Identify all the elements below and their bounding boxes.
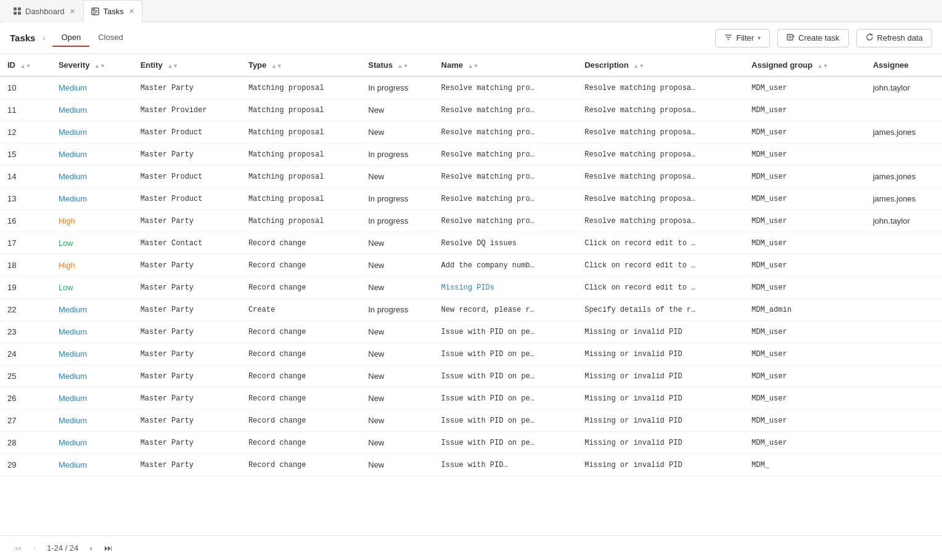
cell-severity: Medium (51, 76, 133, 99)
col-severity[interactable]: Severity ▲▼ (51, 54, 133, 76)
sort-group-icon: ▲▼ (817, 63, 829, 69)
col-type[interactable]: Type ▲▼ (241, 54, 361, 76)
cell-id: 17 (0, 232, 51, 254)
breadcrumb-chevron: › (43, 34, 45, 43)
cell-entity: Master Product (133, 166, 241, 188)
sort-id-icon: ▲▼ (20, 63, 31, 69)
cell-entity: Master Party (133, 277, 241, 299)
first-page-button[interactable]: ⏮ (10, 541, 25, 556)
cell-status: In progress (361, 144, 433, 166)
table-row[interactable]: 17 Low Master Contact Record change New … (0, 232, 942, 254)
toolbar-tabs: Open Closed (52, 29, 131, 47)
cell-assigned-group: MDM_user (744, 254, 866, 277)
tab-dashboard-close[interactable]: ✕ (70, 7, 75, 15)
cell-entity: Master Party (133, 210, 241, 232)
last-page-button[interactable]: ⏭ (100, 541, 115, 556)
cell-assigned-group: MDM_admin (744, 299, 866, 321)
cell-assigned-group: MDM_user (744, 365, 866, 388)
cell-assignee: john.taylor (866, 76, 942, 99)
cell-entity: Master Party (133, 321, 241, 343)
cell-id: 14 (0, 166, 51, 188)
table-row[interactable]: 22 Medium Master Party Create In progres… (0, 299, 942, 321)
cell-description: Resolve matching proposa… (577, 210, 744, 232)
tasks-icon (91, 7, 100, 15)
cell-description: Click on record edit to … (577, 232, 744, 254)
col-id[interactable]: ID ▲▼ (0, 54, 51, 76)
svg-rect-11 (787, 34, 793, 40)
cell-status: In progress (361, 299, 433, 321)
cell-name: Missing PIDs (434, 277, 578, 299)
refresh-button[interactable]: Refresh data (856, 29, 932, 47)
cell-name: Resolve matching pro… (434, 188, 578, 210)
cell-assigned-group: MDM_user (744, 343, 866, 365)
table-row[interactable]: 28 Medium Master Party Record change New… (0, 432, 942, 454)
cell-severity: Medium (51, 365, 133, 388)
cell-severity: Medium (51, 410, 133, 432)
col-status[interactable]: Status ▲▼ (361, 54, 433, 76)
cell-type: Record change (241, 343, 361, 365)
col-entity[interactable]: Entity ▲▼ (133, 54, 241, 76)
table-row[interactable]: 14 Medium Master Product Matching propos… (0, 166, 942, 188)
cell-assigned-group: MDM_user (744, 321, 866, 343)
cell-id: 28 (0, 432, 51, 454)
cell-status: New (361, 232, 433, 254)
col-assigned-group[interactable]: Assigned group ▲▼ (744, 54, 866, 76)
cell-assigned-group: MDM_user (744, 99, 866, 121)
cell-name: Resolve DQ issues (434, 232, 578, 254)
cell-status: New (361, 365, 433, 388)
next-page-button[interactable]: › (83, 541, 98, 556)
cell-entity: Master Party (133, 343, 241, 365)
col-assignee: Assignee (866, 54, 942, 76)
table-row[interactable]: 10 Medium Master Party Matching proposal… (0, 76, 942, 99)
table-row[interactable]: 13 Medium Master Product Matching propos… (0, 188, 942, 210)
cell-id: 29 (0, 454, 51, 476)
cell-entity: Master Provider (133, 99, 241, 121)
table-row[interactable]: 18 High Master Party Record change New A… (0, 254, 942, 277)
cell-name: Resolve matching pro… (434, 166, 578, 188)
filter-button[interactable]: Filter ▾ (715, 29, 770, 47)
table-row[interactable]: 27 Medium Master Party Record change New… (0, 410, 942, 432)
sort-status-icon: ▲▼ (398, 63, 409, 69)
cell-severity: Medium (51, 144, 133, 166)
tab-closed[interactable]: Closed (89, 29, 131, 47)
cell-assignee (866, 232, 942, 254)
cell-severity: Medium (51, 343, 133, 365)
cell-assigned-group: MDM_user (744, 166, 866, 188)
col-name[interactable]: Name ▲▼ (434, 54, 578, 76)
prev-page-button[interactable]: ‹ (27, 541, 42, 556)
cell-status: New (361, 432, 433, 454)
filter-label: Filter (736, 33, 754, 43)
cell-name: Add the company numb… (434, 254, 578, 277)
tab-open[interactable]: Open (52, 29, 89, 47)
cell-status: New (361, 388, 433, 410)
table-row[interactable]: 15 Medium Master Party Matching proposal… (0, 144, 942, 166)
cell-name: Issue with PID on pe… (434, 388, 578, 410)
tab-dashboard[interactable]: Dashboard ✕ (5, 0, 83, 22)
cell-assignee: james.jones (866, 121, 942, 144)
cell-severity: Medium (51, 321, 133, 343)
cell-name: Issue with PID on pe… (434, 432, 578, 454)
svg-rect-3 (18, 12, 21, 15)
table-row[interactable]: 16 High Master Party Matching proposal I… (0, 210, 942, 232)
cell-description: Missing or invalid PID (577, 365, 744, 388)
table-row[interactable]: 23 Medium Master Party Record change New… (0, 321, 942, 343)
table-row[interactable]: 19 Low Master Party Record change New Mi… (0, 277, 942, 299)
table-row[interactable]: 25 Medium Master Party Record change New… (0, 365, 942, 388)
table-row[interactable]: 26 Medium Master Party Record change New… (0, 388, 942, 410)
tab-tasks-close[interactable]: ✕ (129, 7, 134, 15)
table-row[interactable]: 12 Medium Master Product Matching propos… (0, 121, 942, 144)
cell-name: Issue with PID on pe… (434, 321, 578, 343)
svg-rect-0 (14, 7, 17, 10)
cell-severity: Low (51, 277, 133, 299)
tab-tasks[interactable]: Tasks ✕ (83, 0, 142, 22)
cell-assignee (866, 299, 942, 321)
table-row[interactable]: 11 Medium Master Provider Matching propo… (0, 99, 942, 121)
table-row[interactable]: 29 Medium Master Party Record change New… (0, 454, 942, 476)
table-row[interactable]: 24 Medium Master Party Record change New… (0, 343, 942, 365)
cell-severity: Medium (51, 432, 133, 454)
cell-assignee (866, 388, 942, 410)
col-description[interactable]: Description ▲▼ (577, 54, 744, 76)
sort-type-icon: ▲▼ (271, 63, 282, 69)
cell-id: 24 (0, 343, 51, 365)
create-task-button[interactable]: Create task (777, 29, 848, 47)
